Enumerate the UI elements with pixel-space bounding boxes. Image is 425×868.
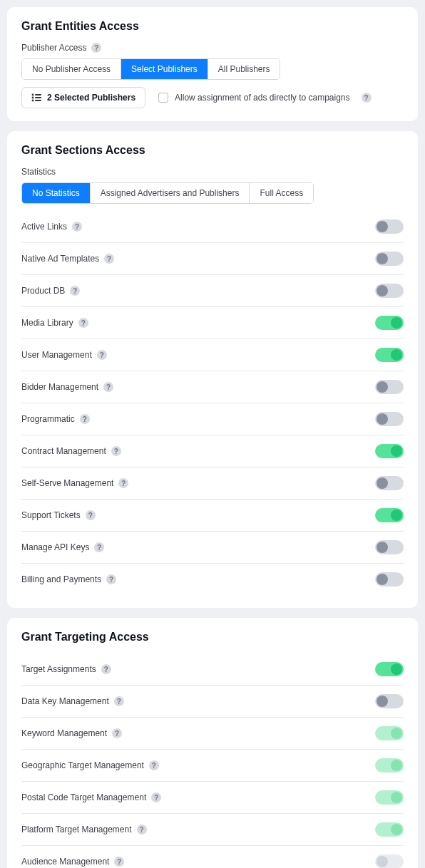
help-icon[interactable]: ? bbox=[72, 222, 82, 232]
toggle-label: Manage API Keys? bbox=[21, 542, 104, 552]
toggle-switch[interactable] bbox=[375, 252, 404, 266]
toggle-switch[interactable] bbox=[375, 822, 404, 837]
segment-button[interactable]: All Publishers bbox=[208, 59, 280, 79]
toggle-switch[interactable] bbox=[375, 316, 404, 330]
grant-sections-title: Grant Sections Access bbox=[21, 144, 404, 157]
help-icon[interactable]: ? bbox=[114, 857, 124, 867]
svg-rect-3 bbox=[35, 97, 41, 98]
segment-button[interactable]: No Publisher Access bbox=[22, 59, 121, 79]
help-icon[interactable]: ? bbox=[94, 542, 104, 552]
toggle-knob bbox=[391, 760, 402, 771]
segment-button[interactable]: Full Access bbox=[250, 183, 313, 203]
toggle-row: Keyword Management? bbox=[21, 718, 404, 750]
help-icon[interactable]: ? bbox=[118, 478, 128, 488]
statistics-segments: No StatisticsAssigned Advertisers and Pu… bbox=[21, 182, 314, 204]
grant-entities-title: Grant Entities Access bbox=[21, 20, 404, 33]
toggle-row: User Management? bbox=[21, 339, 404, 371]
svg-point-2 bbox=[32, 97, 34, 99]
help-icon[interactable]: ? bbox=[149, 760, 159, 770]
help-icon[interactable]: ? bbox=[103, 382, 113, 392]
toggle-label: Programmatic? bbox=[21, 414, 90, 424]
segment-button[interactable]: No Statistics bbox=[22, 183, 91, 203]
toggle-knob bbox=[377, 542, 388, 553]
toggle-knob bbox=[377, 574, 388, 585]
toggle-label: Native Ad Templates? bbox=[21, 254, 114, 264]
help-icon[interactable]: ? bbox=[101, 664, 111, 674]
toggle-switch[interactable] bbox=[375, 508, 404, 522]
toggle-switch[interactable] bbox=[375, 348, 404, 362]
grant-sections-card: Grant Sections Access Statistics No Stat… bbox=[7, 131, 418, 608]
segment-button[interactable]: Select Publishers bbox=[121, 59, 208, 79]
toggle-row: Bidder Management? bbox=[21, 371, 404, 403]
toggle-label: Support Tickets? bbox=[21, 510, 96, 520]
targeting-rows: Target Assignments?Data Key Management?K… bbox=[21, 653, 404, 868]
toggle-label: Keyword Management? bbox=[21, 728, 122, 738]
toggle-label: Active Links? bbox=[21, 222, 82, 232]
toggle-label: Contract Management? bbox=[21, 446, 121, 456]
segment-button[interactable]: Assigned Advertisers and Publishers bbox=[91, 183, 250, 203]
toggle-knob bbox=[391, 317, 402, 329]
toggle-switch[interactable] bbox=[375, 412, 404, 426]
toggle-knob bbox=[377, 696, 388, 707]
toggle-knob bbox=[391, 445, 402, 457]
toggle-knob bbox=[377, 856, 388, 867]
svg-point-0 bbox=[32, 94, 34, 96]
toggle-row: Data Key Management? bbox=[21, 686, 404, 718]
help-icon[interactable]: ? bbox=[362, 93, 372, 103]
help-icon[interactable]: ? bbox=[112, 728, 122, 738]
toggle-switch[interactable] bbox=[375, 662, 404, 676]
toggle-switch[interactable] bbox=[375, 726, 404, 740]
help-icon[interactable]: ? bbox=[104, 254, 114, 264]
svg-rect-1 bbox=[35, 94, 41, 95]
toggle-knob bbox=[391, 824, 402, 835]
help-icon[interactable]: ? bbox=[111, 446, 121, 456]
toggle-switch[interactable] bbox=[375, 476, 404, 490]
selected-publishers-button[interactable]: 2 Selected Publishers bbox=[21, 87, 145, 108]
toggle-switch[interactable] bbox=[375, 758, 404, 773]
toggle-label: Postal Code Target Management? bbox=[21, 792, 161, 802]
toggle-knob bbox=[391, 349, 402, 361]
toggle-switch[interactable] bbox=[375, 219, 404, 234]
help-icon[interactable]: ? bbox=[114, 696, 124, 706]
toggle-switch[interactable] bbox=[375, 694, 404, 708]
help-icon[interactable]: ? bbox=[91, 43, 101, 53]
toggle-switch[interactable] bbox=[375, 380, 404, 394]
toggle-row: Billing and Payments? bbox=[21, 564, 404, 595]
toggle-row: Media Library? bbox=[21, 307, 404, 339]
help-icon[interactable]: ? bbox=[80, 414, 90, 424]
toggle-switch[interactable] bbox=[375, 854, 404, 868]
toggle-row: Contract Management? bbox=[21, 435, 404, 467]
toggle-row: Self-Serve Management? bbox=[21, 467, 404, 500]
toggle-label: Target Assignments? bbox=[21, 664, 111, 674]
toggle-knob bbox=[391, 728, 402, 739]
toggle-knob bbox=[391, 663, 402, 675]
toggle-row: Target Assignments? bbox=[21, 653, 404, 686]
allow-assignment-checkbox[interactable]: Allow assignment of ads directly to camp… bbox=[158, 93, 371, 103]
toggle-switch[interactable] bbox=[375, 540, 404, 554]
help-icon[interactable]: ? bbox=[137, 825, 147, 835]
toggle-label: Bidder Management? bbox=[21, 382, 113, 392]
help-icon[interactable]: ? bbox=[78, 318, 88, 328]
help-icon[interactable]: ? bbox=[97, 350, 107, 360]
toggle-label: Media Library? bbox=[21, 318, 88, 328]
toggle-switch[interactable] bbox=[375, 444, 404, 458]
toggle-switch[interactable] bbox=[375, 790, 404, 805]
toggle-switch[interactable] bbox=[375, 284, 404, 298]
grant-targeting-card: Grant Targeting Access Target Assignment… bbox=[7, 618, 418, 868]
help-icon[interactable]: ? bbox=[70, 286, 80, 296]
svg-point-4 bbox=[32, 100, 34, 102]
svg-rect-5 bbox=[35, 100, 41, 101]
toggle-switch[interactable] bbox=[375, 572, 404, 587]
toggle-row: Product DB? bbox=[21, 275, 404, 307]
toggle-label: Geographic Target Management? bbox=[21, 760, 159, 770]
help-icon[interactable]: ? bbox=[106, 574, 116, 584]
toggle-row: Geographic Target Management? bbox=[21, 750, 404, 782]
toggle-label: Billing and Payments? bbox=[21, 574, 116, 584]
grant-entities-card: Grant Entities Access Publisher Access ?… bbox=[7, 7, 418, 121]
help-icon[interactable]: ? bbox=[86, 510, 96, 520]
list-icon bbox=[31, 93, 41, 102]
toggle-knob bbox=[391, 792, 402, 803]
help-icon[interactable]: ? bbox=[151, 792, 161, 802]
toggle-label: Audience Management? bbox=[21, 857, 124, 867]
toggle-row: Support Tickets? bbox=[21, 500, 404, 532]
